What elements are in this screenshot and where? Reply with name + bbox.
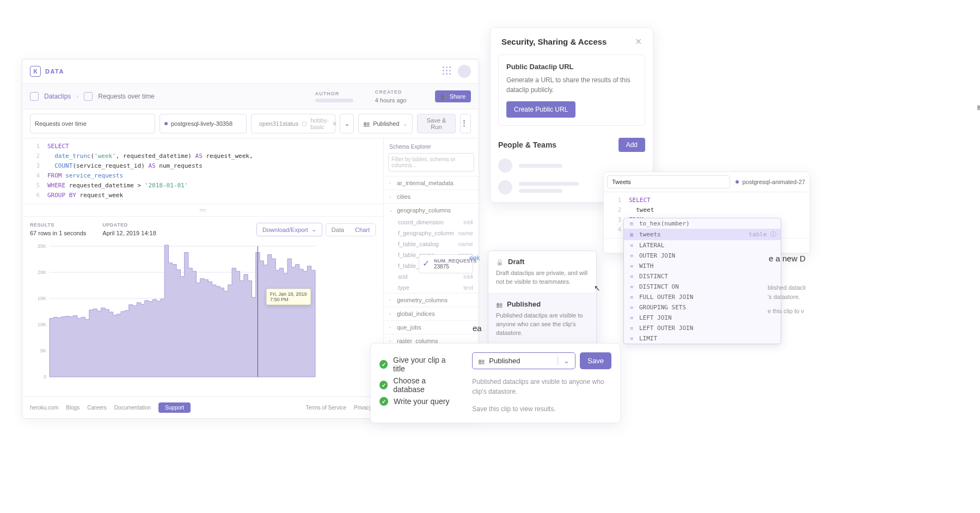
datastore-select[interactable]: postgresql-lively-30358: [160, 114, 247, 133]
created-label: CREATED: [375, 89, 424, 95]
dataclips-icon: [30, 92, 39, 101]
schema-column[interactable]: typetext: [384, 282, 479, 293]
check-icon: ✓: [379, 381, 388, 389]
breadcrumbs-bar: Dataclips › Requests over time AUTHOR CR…: [22, 84, 479, 109]
tweets-datastore[interactable]: postgresql-animated-27: [734, 175, 806, 188]
schema-filter-input[interactable]: Filter by tables, schema or columns...: [388, 153, 474, 172]
published-badge: Published: [977, 103, 980, 110]
people-icon: [478, 357, 485, 365]
support-button[interactable]: Support: [158, 402, 191, 413]
svg-text:10K: 10K: [38, 322, 46, 327]
schema-table[interactable]: ›cities: [384, 190, 479, 203]
autocomplete-item[interactable]: ▦tweetstable ⓘ: [624, 229, 781, 240]
schema-table[interactable]: ⌄geography_columns: [384, 203, 479, 217]
chart-legend[interactable]: ✓ NUM_REQUESTS23875: [419, 254, 473, 273]
brand: K DATA: [30, 66, 64, 77]
download-button[interactable]: Download/Export⌄: [256, 223, 322, 236]
footer-link[interactable]: Terms of Service: [306, 405, 346, 411]
brand-text: DATA: [45, 68, 64, 75]
author-meta: AUTHOR: [315, 91, 364, 102]
draft-option[interactable]: Draft Draft dataclips are private, and w…: [488, 251, 596, 293]
svg-text:25K: 25K: [38, 243, 46, 249]
tweets-title-input[interactable]: Tweets: [607, 175, 730, 188]
schema-table[interactable]: ›ar_internal_metadata: [384, 176, 479, 190]
autocomplete-item[interactable]: ≡OUTER JOIN: [624, 251, 781, 261]
title-input[interactable]: Requests over time: [30, 114, 155, 133]
updated-value: April 12, 2019 14:18: [102, 230, 156, 236]
chart-tooltip: Fri, Jan 18, 20197:50 PM: [266, 289, 311, 305]
author-label: AUTHOR: [315, 91, 364, 96]
person-row: [498, 158, 645, 173]
publish-hint: Published dataclips are visible to anyon…: [472, 377, 611, 396]
autocomplete-item[interactable]: ≡LATERAL: [624, 240, 781, 251]
breadcrumb-root[interactable]: Dataclips: [44, 93, 71, 100]
autocomplete-item[interactable]: ≡DISTINCT ON: [624, 282, 781, 292]
hint-fragment: e this clip to v: [768, 307, 838, 316]
week-fragment: eek: [469, 254, 480, 262]
created-value: 4 hours ago: [375, 97, 424, 103]
legend-value: 23875: [434, 264, 477, 270]
chart-area: 25K20K15K10K5K0 Fri, Jan 18, 20197:50 PM: [22, 240, 383, 396]
schema-column[interactable]: f_geography_columnname: [384, 228, 479, 239]
autocomplete-item[interactable]: ≡DISTINCT: [624, 271, 781, 282]
app-plan-chip[interactable]: open311status⬡hobby-basic✕: [251, 114, 335, 133]
onboarding-panel: ✓Give your clip a title ✓Choose a databa…: [370, 343, 621, 423]
author-skeleton: [315, 99, 353, 102]
chevron-down-button[interactable]: ⌄: [340, 114, 354, 133]
autocomplete-popup: ⊞to_hex(number)▦tweetstable ⓘ≡LATERAL≡OU…: [623, 218, 781, 344]
schema-table[interactable]: ›global_indices: [384, 307, 479, 320]
checklist-item: ✓Write your query: [379, 397, 456, 406]
schema-column[interactable]: f_table_catalogname: [384, 239, 479, 249]
schema-column[interactable]: coord_dimensionint4: [384, 217, 479, 228]
autocomplete-item[interactable]: ≡LEFT JOIN: [624, 313, 781, 323]
lock-icon: [496, 258, 504, 266]
add-person-button[interactable]: Add: [618, 138, 645, 152]
brand-logo-icon: K: [30, 66, 41, 77]
apps-grid-icon[interactable]: [443, 66, 452, 76]
autocomplete-item[interactable]: ≡LEFT OUTER JOIN: [624, 323, 781, 333]
view-segmented: Data Chart: [326, 223, 376, 236]
chart-tab[interactable]: Chart: [350, 224, 375, 236]
close-icon[interactable]: ✕: [635, 36, 642, 47]
cursor-icon: ↖: [594, 284, 601, 292]
save-run-button[interactable]: Save & Run: [417, 114, 456, 133]
security-title: Security, Sharing & Access: [501, 37, 607, 46]
autocomplete-item[interactable]: ≡GROUPING SETS: [624, 302, 781, 313]
results-value: 67 rows in 1 seconds: [30, 230, 86, 236]
svg-text:20K: 20K: [38, 270, 46, 275]
autocomplete-item[interactable]: ≡LIMIT: [624, 333, 781, 344]
clear-icon[interactable]: ✕: [332, 120, 337, 127]
avatar[interactable]: [458, 65, 471, 78]
public-url-desc: Generate a URL to share the results of t…: [506, 75, 637, 95]
new-dataclip-heading-fragment: e a new D: [769, 254, 806, 263]
footer-link[interactable]: Documentation: [114, 405, 151, 411]
results-header: RESULTS67 rows in 1 seconds UPDATEDApril…: [22, 217, 383, 240]
footer-link[interactable]: Careers: [87, 405, 107, 411]
check-icon: ✓: [379, 360, 388, 369]
autocomplete-item[interactable]: ⊞to_hex(number): [624, 218, 781, 229]
hint-fragment: blished datacli: [768, 283, 838, 292]
sql-editor[interactable]: 1SELECT2 date_trunc('week', requested_da…: [22, 138, 383, 204]
create-url-button[interactable]: Create Public URL: [506, 101, 575, 118]
share-button[interactable]: Share: [435, 90, 471, 102]
svg-text:0: 0: [44, 374, 46, 380]
schema-table[interactable]: ›que_jobs: [384, 320, 479, 334]
footer-link[interactable]: Privacy: [354, 405, 372, 411]
overflow-button[interactable]: ⠇: [460, 114, 471, 133]
schema-table[interactable]: ›geometry_columns: [384, 293, 479, 307]
topbar: K DATA: [22, 59, 479, 84]
visibility-select[interactable]: Published ⌄: [472, 352, 575, 369]
drag-handle[interactable]: ═: [22, 204, 383, 217]
footer-link[interactable]: heroku.com: [30, 405, 58, 411]
created-meta: CREATED 4 hours ago: [375, 89, 424, 103]
autocomplete-item[interactable]: ≡WITH: [624, 261, 781, 271]
top-actions: [443, 65, 471, 78]
published-option[interactable]: Published Published dataclips are visibl…: [488, 293, 596, 344]
people-icon: [440, 93, 447, 100]
autocomplete-item[interactable]: ≡FULL OUTER JOIN: [624, 292, 781, 302]
footer-link[interactable]: Blogs: [66, 405, 79, 411]
controls-row: Requests over time postgresql-lively-303…: [22, 109, 479, 138]
data-tab[interactable]: Data: [326, 224, 350, 236]
visibility-select[interactable]: Published⌄: [358, 114, 413, 133]
save-button[interactable]: Save: [580, 352, 611, 369]
